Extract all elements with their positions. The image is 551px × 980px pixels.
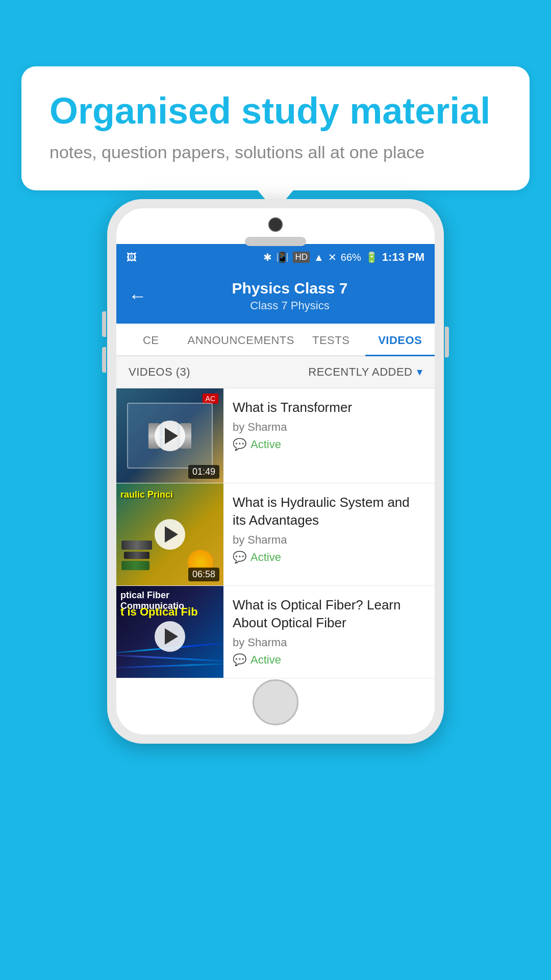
- video-item-2[interactable]: raulic Princi: [116, 483, 435, 586]
- chat-icon-3: 💬: [233, 653, 246, 667]
- video-title-1: What is Transformer: [233, 399, 425, 416]
- video-author-3: by Sharma: [233, 636, 425, 649]
- video-thumb-1: AC: [116, 388, 223, 483]
- play-button-3[interactable]: [155, 621, 185, 652]
- filter-bar: VIDEOS (3) RECENTLY ADDED ▾: [116, 356, 435, 388]
- status-left-icons: 🖼: [127, 252, 137, 263]
- video-duration-2: 06:58: [188, 568, 219, 581]
- speech-bubble: Organised study material notes, question…: [21, 66, 530, 190]
- back-button[interactable]: ←: [129, 285, 147, 307]
- battery-icon: 🔋: [365, 251, 378, 263]
- video-duration-1: 01:49: [188, 465, 219, 479]
- video-item-3[interactable]: ptical Fiber Communicatio t is Optical F…: [116, 586, 435, 678]
- header-titles: Physics Class 7 Class 7 Physics: [157, 280, 422, 312]
- power-button: [445, 327, 449, 357]
- signal-icon: ✕: [328, 251, 337, 263]
- video-thumb-3: ptical Fiber Communicatio t is Optical F…: [116, 586, 223, 678]
- tab-videos[interactable]: VIDEOS: [365, 324, 435, 355]
- tab-ce[interactable]: CE: [116, 324, 186, 355]
- app-header: ← Physics Class 7 Class 7 Physics: [116, 271, 435, 324]
- video-status-1: 💬 Active: [233, 438, 425, 451]
- video-title-2: What is Hydraulic System and its Advanta…: [233, 494, 425, 529]
- video-info-3: What is Optical Fiber? Learn About Optic…: [223, 586, 435, 678]
- status-bar: 🖼 ✱ 📳 HD ▲ ✕ 66% 🔋 1:13 PM: [116, 244, 435, 271]
- phone-screen: 🖼 ✱ 📳 HD ▲ ✕ 66% 🔋 1:13 PM ←: [116, 244, 435, 678]
- notification-icon: 🖼: [127, 252, 137, 263]
- battery-percentage: 66%: [341, 252, 361, 263]
- tab-tests[interactable]: TESTS: [296, 324, 366, 355]
- video-count: VIDEOS (3): [129, 365, 190, 379]
- sort-dropdown[interactable]: RECENTLY ADDED ▾: [308, 365, 422, 379]
- play-button-2[interactable]: [155, 519, 185, 550]
- vibrate-icon: 📳: [276, 251, 289, 263]
- video-author-1: by Sharma: [233, 421, 425, 434]
- chat-icon-2: 💬: [233, 551, 246, 564]
- front-camera: [268, 217, 283, 232]
- video-thumb-2: raulic Princi: [116, 483, 223, 585]
- status-time: 1:13 PM: [382, 251, 424, 264]
- bubble-title: Organised study material: [49, 91, 502, 131]
- video-status-2: 💬 Active: [233, 551, 425, 564]
- phone-top-elements: [245, 217, 306, 246]
- earpiece-speaker: [245, 237, 306, 246]
- video-item-1[interactable]: AC: [116, 388, 435, 483]
- volume-up-button: [102, 311, 106, 337]
- chat-icon-1: 💬: [233, 438, 246, 451]
- video-info-2: What is Hydraulic System and its Advanta…: [223, 483, 435, 585]
- tab-announcements[interactable]: ANNOUNCEMENTS: [186, 324, 296, 355]
- volume-down-button: [102, 347, 106, 373]
- tab-bar: CE ANNOUNCEMENTS TESTS VIDEOS: [116, 324, 435, 356]
- play-button-1[interactable]: [155, 421, 185, 451]
- sort-label: RECENTLY ADDED: [308, 365, 412, 379]
- header-main-title: Physics Class 7: [157, 280, 422, 297]
- phone-outer: 🖼 ✱ 📳 HD ▲ ✕ 66% 🔋 1:13 PM ←: [107, 199, 444, 744]
- wifi-icon: ▲: [314, 252, 324, 263]
- bluetooth-icon: ✱: [263, 251, 272, 263]
- video-author-2: by Sharma: [233, 533, 425, 547]
- video-title-3: What is Optical Fiber? Learn About Optic…: [233, 596, 425, 632]
- bubble-subtitle: notes, question papers, solutions all at…: [49, 140, 502, 165]
- phone-inner: 🖼 ✱ 📳 HD ▲ ✕ 66% 🔋 1:13 PM ←: [116, 208, 435, 734]
- thumb-text-2: raulic Princi: [116, 487, 223, 503]
- video-list: AC: [116, 388, 435, 678]
- video-info-1: What is Transformer by Sharma 💬 Active: [223, 388, 435, 483]
- status-right-icons: ✱ 📳 HD ▲ ✕ 66% 🔋 1:13 PM: [263, 251, 424, 264]
- chevron-down-icon: ▾: [417, 365, 423, 379]
- hd-badge: HD: [293, 252, 310, 263]
- header-sub-title: Class 7 Physics: [157, 299, 422, 312]
- home-button[interactable]: [253, 679, 298, 725]
- phone-mockup: 🖼 ✱ 📳 HD ▲ ✕ 66% 🔋 1:13 PM ←: [107, 199, 444, 744]
- video-status-3: 💬 Active: [233, 653, 425, 667]
